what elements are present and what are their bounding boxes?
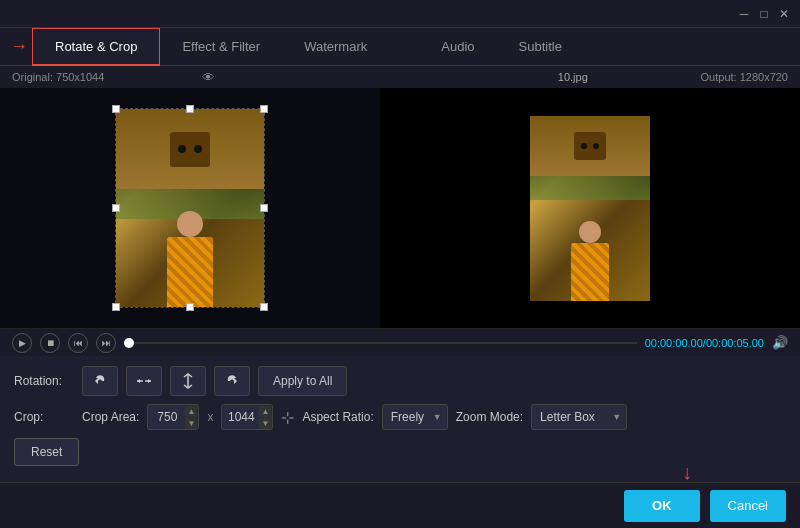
- flip-horizontal-button[interactable]: [126, 366, 162, 396]
- crop-handle-tl[interactable]: [112, 105, 120, 113]
- bottom-action-bar: ↓ OK Cancel: [0, 482, 800, 528]
- original-dimensions: Original: 750x1044: [12, 71, 104, 83]
- left-preview-panel: [0, 88, 380, 328]
- crop-handle-br[interactable]: [260, 303, 268, 311]
- play-button[interactable]: ▶: [12, 333, 32, 353]
- crop-label: Crop:: [14, 410, 74, 424]
- output-image-content: [530, 116, 650, 301]
- width-up-button[interactable]: ▲: [185, 406, 197, 417]
- height-spinners: ▲ ▼: [259, 404, 271, 430]
- crop-preview-image[interactable]: [115, 108, 265, 308]
- dimension-separator: x: [207, 410, 213, 424]
- aspect-ratio-label: Aspect Ratio:: [302, 410, 373, 424]
- minimize-button[interactable]: ─: [736, 6, 752, 22]
- output-tiki-face: [574, 132, 606, 160]
- ok-arrow-indicator: ↓: [682, 462, 692, 482]
- crop-handle-tr[interactable]: [260, 105, 268, 113]
- apply-to-all-button[interactable]: Apply to All: [258, 366, 347, 396]
- crop-area-label: Crop Area:: [82, 410, 139, 424]
- crop-handle-mr[interactable]: [260, 204, 268, 212]
- output-tiki-eye-left: [581, 143, 587, 149]
- rotate-cw-button[interactable]: [214, 366, 250, 396]
- shirt-pattern: [167, 237, 213, 307]
- center-crop-button[interactable]: ⊹: [281, 408, 294, 427]
- rotate-ccw-button[interactable]: [82, 366, 118, 396]
- reset-row: Reset: [14, 438, 786, 466]
- maximize-button[interactable]: □: [756, 6, 772, 22]
- output-leaf-decoration: [530, 176, 650, 200]
- cancel-button[interactable]: Cancel: [710, 490, 786, 522]
- arrow-indicator: →: [10, 36, 28, 57]
- zoom-mode-label: Zoom Mode:: [456, 410, 523, 424]
- output-person-body: [571, 243, 609, 301]
- output-dimensions: Output: 1280x720: [701, 71, 788, 83]
- progress-handle[interactable]: [124, 338, 134, 348]
- output-person-head: [579, 221, 601, 243]
- prev-frame-button[interactable]: ⏮: [68, 333, 88, 353]
- tab-audio[interactable]: Audio: [419, 28, 496, 66]
- tab-watermark[interactable]: Watermark: [282, 28, 389, 66]
- crop-height-input-wrap: ▲ ▼: [221, 404, 273, 430]
- crop-handle-ml[interactable]: [112, 204, 120, 212]
- eye-icon[interactable]: 👁: [202, 70, 215, 85]
- person-figure: [167, 211, 213, 307]
- title-bar: ─ □ ✕: [0, 0, 800, 28]
- width-down-button[interactable]: ▼: [185, 418, 197, 429]
- tiki-eye-right: [194, 145, 202, 153]
- person-body: [167, 237, 213, 307]
- ok-button[interactable]: OK: [624, 490, 700, 522]
- rotation-label: Rotation:: [14, 374, 74, 388]
- tab-rotate-crop[interactable]: Rotate & Crop: [32, 28, 160, 66]
- tab-effect-filter[interactable]: Effect & Filter: [160, 28, 282, 66]
- tiki-face: [170, 132, 210, 167]
- output-preview-image: [490, 98, 690, 318]
- filename: 10.jpg: [558, 71, 588, 83]
- flip-vertical-button[interactable]: [170, 366, 206, 396]
- output-person-figure: [571, 221, 609, 301]
- tab-bar: → Rotate & Crop Effect & Filter Watermar…: [0, 28, 800, 66]
- playback-bar: ▶ ⏹ ⏮ ⏭ 00:00:00.00/00:00:05.00 🔊: [0, 328, 800, 356]
- right-preview-panel: [380, 88, 800, 328]
- aspect-ratio-select[interactable]: Freely 16:9 4:3 1:1 9:16: [382, 404, 448, 430]
- crop-width-input-wrap: ▲ ▼: [147, 404, 199, 430]
- width-spinners: ▲ ▼: [185, 404, 197, 430]
- close-button[interactable]: ✕: [776, 6, 792, 22]
- preview-info-bar: Original: 750x1044 👁 10.jpg Output: 1280…: [0, 66, 800, 88]
- reset-button[interactable]: Reset: [14, 438, 79, 466]
- stop-button[interactable]: ⏹: [40, 333, 60, 353]
- crop-handle-tm[interactable]: [186, 105, 194, 113]
- preview-content: [0, 88, 800, 328]
- output-tiki-eye-right: [593, 143, 599, 149]
- crop-handle-bl[interactable]: [112, 303, 120, 311]
- tab-subtitle[interactable]: Subtitle: [497, 28, 584, 66]
- output-shirt-pattern: [571, 243, 609, 301]
- next-frame-button[interactable]: ⏭: [96, 333, 116, 353]
- crop-row: Crop: Crop Area: ▲ ▼ x ▲ ▼ ⊹ Aspect Rati…: [14, 404, 786, 430]
- person-head: [177, 211, 203, 237]
- height-up-button[interactable]: ▲: [259, 406, 271, 417]
- height-down-button[interactable]: ▼: [259, 418, 271, 429]
- tiki-top: [116, 109, 264, 189]
- tiki-eye-left: [178, 145, 186, 153]
- progress-bar[interactable]: [124, 342, 637, 344]
- zoom-mode-select[interactable]: Letter Box Pan & Scan Full: [531, 404, 627, 430]
- rotation-row: Rotation: Apply to All: [14, 366, 786, 396]
- volume-icon[interactable]: 🔊: [772, 335, 788, 350]
- image-content: [116, 109, 264, 307]
- aspect-ratio-select-wrap: Freely 16:9 4:3 1:1 9:16 ▼: [382, 404, 448, 430]
- zoom-mode-select-wrap: Letter Box Pan & Scan Full ▼: [531, 404, 627, 430]
- controls-panel: Rotation: Apply to All Crop: Crop Area: …: [0, 356, 800, 476]
- output-tiki-top: [530, 116, 650, 176]
- time-display: 00:00:00.00/00:00:05.00: [645, 337, 764, 349]
- crop-handle-bm[interactable]: [186, 303, 194, 311]
